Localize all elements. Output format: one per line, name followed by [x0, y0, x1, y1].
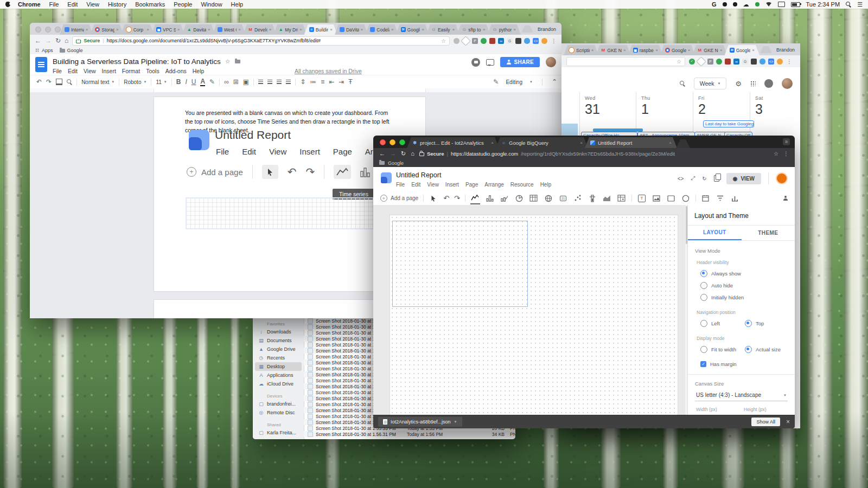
extension-icon[interactable]: <> — [768, 59, 774, 65]
share-button[interactable]: SHARE — [500, 57, 540, 67]
tab-close-icon[interactable]: × — [86, 27, 88, 32]
sidebar-item[interactable]: ▢ Karla Freita... — [255, 428, 302, 437]
sidebar-item[interactable]: Devices — [255, 390, 302, 400]
tab-close-icon[interactable]: × — [422, 27, 424, 32]
browser-tab[interactable]: West C × — [213, 24, 246, 35]
google-status-icon[interactable]: G — [712, 1, 717, 8]
add-collaborator-icon[interactable] — [783, 196, 788, 201]
wifi-icon[interactable] — [765, 2, 772, 7]
sidebar-item[interactable]: ▢ brandonfrei... — [255, 400, 302, 408]
text-color-icon[interactable]: A — [200, 78, 205, 86]
sidebar-item[interactable]: ▦ Desktop — [255, 362, 302, 371]
paragraph-style-select[interactable]: Normal text▼ — [81, 79, 114, 85]
browser-tab[interactable]: Google-P × — [660, 45, 695, 55]
browser-tab[interactable]: ▦ VPC Se × — [151, 24, 184, 35]
extension-icon[interactable]: ∞ — [733, 59, 739, 65]
editing-mode-select[interactable]: Editing — [506, 79, 522, 85]
browser-tab[interactable]: ○ Google BigQuery × — [496, 137, 588, 148]
home-icon[interactable]: ⌂ — [411, 150, 414, 157]
extension-icon[interactable] — [515, 38, 521, 44]
search-icon[interactable] — [680, 81, 685, 86]
extension-icon[interactable] — [461, 36, 470, 46]
sidebar-item[interactable]: A Applications — [255, 371, 302, 380]
downloaded-file-chip[interactable]: Iot2Analytics-a68b9ef...json ▼ — [378, 417, 462, 427]
radio-initially-hidden[interactable]: Initially hidden — [700, 294, 788, 301]
forward-icon[interactable]: → — [390, 150, 396, 157]
insert-link-icon[interactable]: ∞ — [224, 79, 229, 85]
chrome-menu-icon[interactable]: ⋮ — [551, 38, 557, 44]
new-tab-button[interactable] — [521, 25, 533, 33]
radio-icon[interactable] — [700, 320, 707, 327]
browser-tab[interactable]: Codela × — [365, 24, 398, 35]
browser-tab[interactable]: ▲ My Dri × — [273, 24, 307, 35]
account-avatar[interactable] — [776, 172, 788, 184]
tab-close-icon[interactable]: × — [238, 27, 241, 32]
tab-close-icon[interactable]: × — [146, 27, 149, 32]
view-button[interactable]: ◉VIEW — [726, 173, 761, 184]
embed-code-icon[interactable]: <> — [678, 176, 684, 182]
menu-bar-item[interactable]: Bookmarks — [135, 1, 165, 8]
extension-icon[interactable] — [716, 59, 722, 65]
select-tool-icon[interactable] — [429, 193, 438, 203]
radio-left[interactable]: Left — [700, 320, 745, 327]
calendar-event[interactable]: Last day to take Googlege — [703, 120, 754, 127]
tab-close-icon[interactable]: × — [688, 48, 691, 53]
tab-close-icon[interactable]: × — [208, 27, 210, 32]
status-green-icon[interactable] — [755, 2, 760, 7]
sidebar-item[interactable]: ▤ Documents — [255, 336, 302, 345]
minimize-window-icon[interactable] — [45, 27, 51, 33]
studio-menu-item[interactable]: File — [396, 182, 405, 188]
copy-report-icon[interactable] — [714, 175, 719, 182]
insert-comment-icon[interactable]: ⊞ — [233, 79, 239, 85]
scatter-chart-icon[interactable] — [573, 193, 583, 203]
extension-icon[interactable]: ✓ — [689, 59, 695, 65]
table-icon[interactable] — [529, 193, 539, 203]
apps-shortcut[interactable]: Apps — [35, 48, 53, 53]
extension-icon[interactable] — [725, 59, 731, 65]
tab-close-icon[interactable]: × — [513, 27, 516, 32]
browser-tab[interactable]: Untitled Report × — [585, 137, 677, 148]
menu-bar-clock[interactable]: Tue 2:34 PM — [806, 1, 840, 8]
reload-icon[interactable]: ↻ — [55, 37, 61, 44]
display-icon[interactable] — [778, 2, 785, 7]
indent-icon[interactable]: ⇥ — [339, 79, 344, 85]
extension-icon[interactable] — [541, 38, 547, 44]
tab-close-icon[interactable]: × — [452, 27, 455, 32]
outdent-icon[interactable]: ⇤ — [329, 79, 334, 85]
tab-layout[interactable]: LAYOUT — [688, 226, 742, 240]
filter-control-icon[interactable] — [716, 193, 725, 203]
browser-tab[interactable]: G sftp to × — [457, 24, 490, 35]
menu-bar-item[interactable]: Window — [201, 1, 222, 8]
align-justify-icon[interactable] — [286, 80, 291, 84]
browser-tab[interactable]: 30 Google × — [396, 24, 429, 35]
sidebar-item[interactable]: ☁ iCloud Drive — [255, 380, 302, 388]
paint-format-icon[interactable]: ✎ — [209, 79, 215, 85]
docs-menu-item[interactable]: View — [84, 68, 96, 74]
back-icon[interactable]: ← — [35, 37, 41, 44]
docs-menu-item[interactable]: Help — [193, 68, 205, 74]
url-box[interactable]: Secure | https://datastudio.google.com /… — [419, 151, 769, 157]
studio-menu-item[interactable]: Arrange — [484, 182, 504, 188]
spotlight-search-icon[interactable] — [846, 2, 851, 7]
cloud-sync-icon[interactable]: ☁ — [743, 1, 749, 8]
docs-menu-item[interactable]: File — [53, 68, 62, 74]
bookmark-star-icon[interactable]: ☆ — [676, 59, 681, 65]
menu-bar-item[interactable]: Help — [231, 1, 244, 8]
canvas-size-select[interactable]: US letter (4:3) - Landscape▼ — [695, 389, 788, 401]
browser-extension-badge[interactable]: ≋ — [783, 138, 790, 145]
document-title[interactable]: Building a Serverless Data Pipeline: IoT… — [53, 57, 221, 66]
radio-icon[interactable] — [700, 282, 707, 289]
studio-menu-item[interactable]: Resource — [510, 182, 534, 188]
menu-bar-item[interactable]: File — [49, 1, 59, 8]
chart-placeholder-rect[interactable] — [392, 221, 528, 307]
chrome-menu-icon[interactable]: ⋮ — [787, 59, 792, 65]
menu-bar-item[interactable]: History — [108, 1, 126, 8]
tab-close-icon[interactable]: × — [752, 48, 755, 53]
google-apps-icon[interactable] — [750, 81, 756, 86]
comment-icon[interactable] — [486, 59, 494, 66]
browser-tab[interactable]: Interna × — [60, 24, 93, 35]
settings-gear-icon[interactable]: ⚙ — [735, 80, 742, 88]
close-window-icon[interactable] — [380, 139, 386, 145]
browser-tab[interactable]: ▦ raspber.. × — [628, 45, 663, 55]
zoom-tool-icon[interactable] — [67, 79, 72, 85]
